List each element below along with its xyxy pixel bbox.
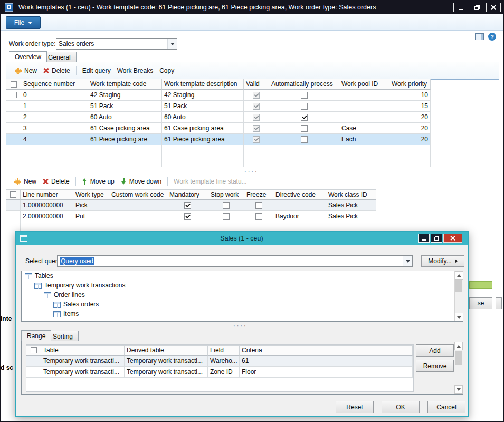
close-button[interactable] [486,3,501,12]
range-scrollbar[interactable] [454,342,462,394]
delete-button[interactable]: Delete [40,66,73,75]
tree-item-partial[interactable] [22,319,463,322]
col-work-class-id[interactable]: Work class ID [326,189,376,200]
criteria-cell[interactable]: 61 [240,356,316,367]
table-row[interactable]: 3 61 Case picking area 61 Case picking a… [6,123,431,134]
stop-work-checkbox[interactable] [223,202,230,209]
col-field[interactable]: Field [208,345,240,356]
tree-item-items[interactable]: Items [22,309,463,319]
col-work-template-code[interactable]: Work template code [88,79,162,90]
auto-process-checkbox[interactable] [301,92,308,99]
select-all-checkbox[interactable] [11,81,17,88]
tab-general[interactable]: General [42,52,77,62]
table-row[interactable]: 1.0000000000 Pick Sales Pick [6,200,377,211]
partial-close-button-fragment[interactable]: se [469,297,492,309]
dialog-close-button[interactable] [443,234,462,243]
ok-button[interactable]: OK [382,401,420,413]
remove-button[interactable]: Remove [416,360,454,372]
file-menu-button[interactable]: File [6,16,41,29]
edit-query-button[interactable]: Edit query [79,66,114,75]
cancel-button[interactable]: Cancel [427,401,465,413]
restore-button[interactable] [470,3,484,12]
tab-range[interactable]: Range [21,330,51,341]
dialog-splitter-handle[interactable] [233,323,248,328]
table-row[interactable]: 2 60 Auto 60 Auto 20 [6,112,431,123]
col-freeze[interactable]: Freeze [244,189,273,200]
freeze-checkbox[interactable] [255,202,262,209]
help-icon[interactable]: ? [488,33,496,41]
delete-line-button[interactable]: Delete [40,177,73,186]
col-work-pool-id[interactable]: Work pool ID [339,79,389,90]
combo-dropdown-button[interactable] [167,39,177,49]
reset-button[interactable]: Reset [336,401,374,413]
criteria-cell[interactable]: Floor [240,367,316,378]
stop-work-checkbox[interactable] [223,213,230,220]
table-row[interactable]: Temporary work transacti... Temporary wo… [26,356,413,367]
add-button[interactable]: Add [416,344,454,357]
scroll-up-button[interactable] [454,342,463,350]
mandatory-checkbox[interactable] [184,202,191,209]
col-directive-code[interactable]: Directive code [273,189,326,200]
col-work-type[interactable]: Work type [73,189,109,200]
table-icon [53,302,61,308]
tree-scrollbar[interactable] [454,271,463,321]
col-sequence-number[interactable]: Sequence number [21,79,88,90]
copy-button[interactable]: Copy [156,66,177,75]
description-cell: 61 Case picking area [162,123,244,134]
tree-item-order-lines[interactable]: Order lines [22,290,463,300]
new-line-button[interactable]: New [11,177,40,186]
table-row-selected[interactable]: 4 61 Piece picking are 61 Piece picking … [6,134,431,145]
row-select-checkbox[interactable] [11,92,17,98]
window-layout-icon[interactable] [475,33,484,40]
dialog-minimize-button[interactable] [418,234,430,243]
scroll-up-button[interactable] [455,271,463,280]
auto-process-checkbox[interactable] [301,136,308,143]
menubar: File ? [1,14,503,31]
table-row[interactable]: Temporary work transacti... Temporary wo… [26,367,413,378]
scroll-down-button[interactable] [455,313,463,321]
col-valid[interactable]: Valid [244,79,269,90]
select-query-combobox[interactable]: Query used [57,255,413,267]
dialog-restore-button[interactable] [431,234,442,243]
work-breaks-button[interactable]: Work Breaks [114,66,156,75]
col-automatically-process[interactable]: Automatically process [269,79,339,90]
table-row[interactable]: 2.0000000000 Put Baydoor Sales Pick [6,211,377,222]
modify-label: Modify... [428,257,451,265]
minimize-button[interactable] [453,3,468,12]
col-mandatory[interactable]: Mandatory [167,189,208,200]
tree-item-tables[interactable]: Tables [22,271,463,281]
combo-dropdown-button[interactable] [403,256,412,266]
tree-item-sales-orders[interactable]: Sales orders [22,300,463,309]
partial-button-fragment[interactable] [496,297,502,309]
work-order-type-combobox[interactable]: Sales orders [56,38,177,50]
auto-process-checkbox[interactable] [301,114,308,121]
mandatory-checkbox[interactable] [184,213,191,220]
tree-item-temporary-work-transactions[interactable]: Temporary work transactions [22,281,463,290]
tab-sorting[interactable]: Sorting [47,331,79,341]
col-table[interactable]: Table [41,345,125,356]
new-button[interactable]: New [12,66,40,75]
select-all-checkbox[interactable] [10,191,16,198]
table-row[interactable]: 0 42 Staging 42 Staging 10 [6,90,431,101]
col-criteria[interactable]: Criteria [240,345,316,356]
scroll-down-button[interactable] [454,385,463,394]
move-down-button[interactable]: Move down [118,177,165,186]
table-row[interactable]: 1 51 Pack 51 Pack 15 [6,101,431,112]
scrollbar-thumb[interactable] [455,280,462,292]
freeze-checkbox[interactable] [255,213,262,220]
auto-process-checkbox[interactable] [301,103,308,110]
col-derived-table[interactable]: Derived table [125,345,208,356]
modify-button[interactable]: Modify... [421,255,464,267]
move-up-button[interactable]: Move up [79,177,118,186]
splitter-handle[interactable] [244,169,259,174]
stop-work-cell [208,200,244,211]
select-all-checkbox[interactable] [31,347,37,353]
col-work-priority[interactable]: Work priority [389,79,431,90]
auto-process-checkbox[interactable] [301,125,308,132]
col-custom-work-code[interactable]: Custom work code [109,189,167,200]
scrollbar-thumb[interactable] [455,351,462,365]
col-work-template-description[interactable]: Work template description [162,79,244,90]
col-stop-work[interactable]: Stop work [208,189,244,200]
col-line-number[interactable]: Line number [21,189,73,200]
tab-overview[interactable]: Overview [9,51,47,62]
